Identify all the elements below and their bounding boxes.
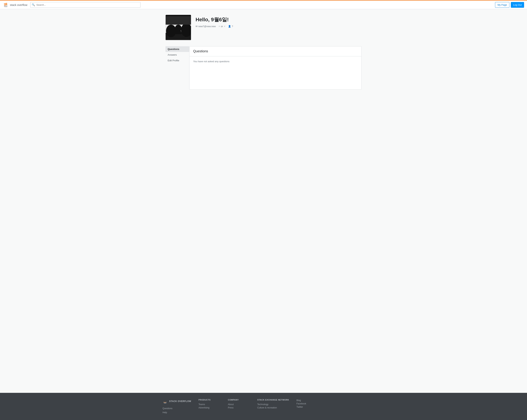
footer-col-social: Blog Facebook Twitter <box>296 399 318 409</box>
empty-questions-message: You have not asked any questions <box>193 60 230 63</box>
footer: STACK OVERFLOW Questions Help PRODUCTS T… <box>0 393 527 420</box>
logo-text: stack overflow <box>10 3 27 6</box>
nav-answers[interactable]: Answers <box>165 52 189 58</box>
profile-email: ✉ new7@new.new <box>196 25 216 28</box>
footer-link-questions[interactable]: Questions <box>163 407 191 410</box>
nav-edit-profile[interactable]: Edit Profile <box>165 58 189 63</box>
footer-brand: STACK OVERFLOW <box>169 400 191 403</box>
avatar-svg <box>166 15 191 40</box>
search-input[interactable] <box>30 2 141 8</box>
sidebar-nav: Questions Answers Edit Profile <box>165 46 189 63</box>
svg-rect-18 <box>164 403 166 403</box>
footer-link-culture[interactable]: Culture & recreation <box>257 406 289 409</box>
footer-link-teams[interactable]: Teams <box>198 403 220 406</box>
header: stack overflow 🔍 My Page Log Out <box>0 0 527 9</box>
footer-col-products-title: PRODUCTS <box>198 399 220 401</box>
avatar-container <box>165 15 191 40</box>
svg-rect-15 <box>166 15 191 25</box>
gender-icon: ♀ <box>218 25 220 28</box>
profile-username: Hello, 9월6일! <box>196 16 233 23</box>
footer-col-company-title: COMPANY <box>228 399 250 401</box>
svg-point-9 <box>166 25 176 37</box>
footer-inner: STACK OVERFLOW Questions Help PRODUCTS T… <box>163 399 364 414</box>
profile-section: Hello, 9월6일! ✉ new7@new.new ♀ or ♂ 👤 ? <box>165 15 362 40</box>
content-body: You have not asked any questions <box>189 56 361 89</box>
profile-gender: ♀ or ♂ <box>218 25 225 28</box>
avatar <box>166 15 191 40</box>
search-bar: 🔍 <box>30 2 141 8</box>
main-content: Hello, 9월6일! ✉ new7@new.new ♀ or ♂ 👤 ? <box>163 9 364 393</box>
logout-button[interactable]: Log Out <box>511 2 524 8</box>
footer-link-help[interactable]: Help <box>163 411 191 414</box>
profile-body: Questions Answers Edit Profile Questions… <box>165 46 362 90</box>
logo-link[interactable]: stack overflow <box>3 2 27 8</box>
nav-questions[interactable]: Questions <box>165 46 189 52</box>
svg-rect-12 <box>176 31 181 34</box>
stackoverflow-logo-icon <box>3 2 9 8</box>
footer-link-press[interactable]: Press <box>228 406 250 409</box>
footer-col-company: COMPANY About Press <box>228 399 250 409</box>
my-page-button[interactable]: My Page <box>495 2 509 8</box>
content-header: Questions <box>189 46 361 56</box>
svg-rect-13 <box>181 32 184 34</box>
svg-rect-16 <box>166 15 191 16</box>
footer-col-network: STACK EXCHANGE NETWORK Technology Cultur… <box>257 399 289 409</box>
footer-col-products: PRODUCTS Teams Advertising <box>198 399 220 409</box>
search-icon: 🔍 <box>32 3 35 6</box>
profile-meta: ✉ new7@new.new ♀ or ♂ 👤 ? <box>196 25 233 28</box>
footer-left: STACK OVERFLOW Questions Help <box>163 399 191 414</box>
footer-link-advertising[interactable]: Advertising <box>198 406 220 409</box>
header-actions: My Page Log Out <box>495 2 524 8</box>
footer-link-about[interactable]: About <box>228 403 250 406</box>
question-icon: ? <box>232 25 233 28</box>
footer-logo-icon <box>163 399 168 404</box>
email-icon: ✉ <box>196 25 198 28</box>
person-icon: 👤 <box>228 25 231 28</box>
footer-link-twitter[interactable]: Twitter <box>296 405 318 409</box>
footer-link-facebook[interactable]: Facebook <box>296 402 318 405</box>
gender-male-icon: ♂ <box>224 25 225 28</box>
footer-logo: STACK OVERFLOW <box>163 399 191 404</box>
content-title: Questions <box>193 49 358 53</box>
profile-info: Hello, 9월6일! ✉ new7@new.new ♀ or ♂ 👤 ? <box>196 15 233 28</box>
profile-extra: 👤 ? <box>228 25 233 28</box>
footer-col-network-title: STACK EXCHANGE NETWORK <box>257 399 289 401</box>
footer-link-blog[interactable]: Blog <box>296 399 318 402</box>
content-area: Questions You have not asked any questio… <box>189 46 362 90</box>
footer-link-technology[interactable]: Technology <box>257 403 289 406</box>
